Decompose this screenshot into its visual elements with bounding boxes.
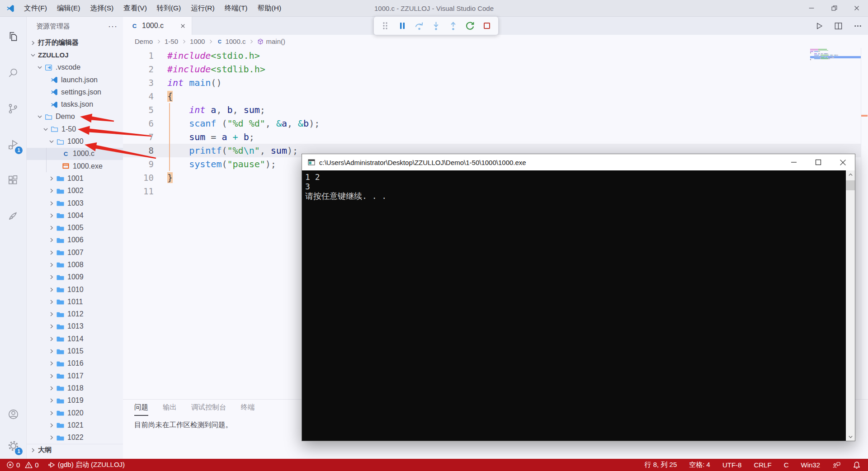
code-line-2[interactable]: 2#include<stdlib.h> — [123, 62, 861, 76]
tree-item-1018[interactable]: 1018 — [27, 382, 123, 394]
tree-item-1011[interactable]: 1011 — [27, 296, 123, 308]
debug-status[interactable]: (gdb) 启动 (ZZULLOJ) — [48, 461, 125, 469]
step-into-button[interactable] — [431, 20, 442, 31]
tree-item-1008[interactable]: 1008 — [27, 259, 123, 271]
panel-tab-terminal[interactable]: 终端 — [241, 400, 255, 416]
cursor-position[interactable]: 行 8, 列 25 — [645, 461, 677, 469]
tree-item-1022[interactable]: 1022 — [27, 432, 123, 444]
tab-close-icon[interactable] — [179, 23, 186, 29]
tree-item-1000.exe[interactable]: 1000.exe — [27, 160, 123, 172]
step-out-button[interactable] — [448, 20, 458, 31]
breadcrumb-file[interactable]: C 1000.c — [217, 38, 245, 45]
console-output[interactable]: 1 2 3 请按任意键继续. . . — [302, 170, 855, 441]
settings-gear-icon[interactable]: 1 — [3, 436, 23, 456]
code-line-7[interactable]: 7 sum = a + b; — [123, 130, 861, 144]
scrollbar-thumb[interactable] — [846, 180, 855, 190]
menu-help[interactable]: 帮助(H) — [253, 0, 287, 16]
tree-item-1016[interactable]: 1016 — [27, 358, 123, 370]
scroll-up-icon[interactable] — [846, 170, 855, 179]
tree-item-tasks.json[interactable]: tasks.json — [27, 98, 123, 110]
tree-item-Demo[interactable]: Demo — [27, 111, 123, 123]
menu-run[interactable]: 运行(R) — [186, 0, 220, 16]
console-title-bar[interactable]: c:\Users\Administrator\Desktop\ZZULLOJ\D… — [302, 154, 855, 170]
run-and-debug-icon[interactable]: 1 — [3, 135, 23, 155]
cmd-console-window[interactable]: c:\Users\Administrator\Desktop\ZZULLOJ\D… — [302, 154, 855, 441]
tree-item-1017[interactable]: 1017 — [27, 370, 123, 382]
tree-item-1012[interactable]: 1012 — [27, 308, 123, 320]
custom-extension-icon[interactable] — [3, 206, 23, 226]
breadcrumb-demo[interactable]: Demo — [135, 38, 153, 45]
console-minimize-button[interactable] — [782, 154, 806, 170]
panel-tab-output[interactable]: 输出 — [163, 400, 177, 416]
search-icon[interactable] — [3, 63, 23, 83]
stop-button[interactable] — [481, 20, 492, 31]
eol-sequence[interactable]: CRLF — [754, 461, 771, 469]
console-maximize-button[interactable] — [806, 154, 830, 170]
code-line-3[interactable]: 3int main() — [123, 76, 861, 89]
minimap[interactable] — [810, 49, 861, 67]
tree-item-1010[interactable]: 1010 — [27, 283, 123, 296]
run-file-button[interactable] — [814, 21, 824, 31]
tree-item-ZZULLOJ[interactable]: ZZULLOJ — [27, 49, 123, 61]
tree-item-1001[interactable]: 1001 — [27, 172, 123, 184]
breadcrumb-1-50[interactable]: 1-50 — [165, 38, 178, 45]
encoding[interactable]: UTF-8 — [722, 461, 742, 469]
code-line-1[interactable]: 1#include<stdio.h> — [123, 49, 861, 62]
tree-item-1003[interactable]: 1003 — [27, 197, 123, 209]
restart-button[interactable] — [465, 20, 476, 31]
panel-tab-debug-console[interactable]: 调试控制台 — [191, 400, 226, 416]
tree-item-打开的编辑器[interactable]: 打开的编辑器 — [27, 37, 123, 49]
tree-item-1006[interactable]: 1006 — [27, 234, 123, 246]
code-line-4[interactable]: 4{ — [123, 89, 861, 103]
problems-status[interactable]: 0 0 — [0, 461, 39, 469]
tree-item-1002[interactable]: 1002 — [27, 185, 123, 197]
tree-item-1000[interactable]: 1000 — [27, 135, 123, 147]
panel-tab-problems[interactable]: 问题 — [134, 400, 148, 416]
tree-item-1019[interactable]: 1019 — [27, 395, 123, 407]
tree-item-大纲[interactable]: 大纲 — [27, 444, 123, 456]
tree-item-1015[interactable]: 1015 — [27, 345, 123, 357]
window-close-button[interactable] — [845, 0, 868, 16]
more-actions-button[interactable] — [853, 21, 863, 31]
tree-item-1004[interactable]: 1004 — [27, 209, 123, 221]
tree-item-1009[interactable]: 1009 — [27, 271, 123, 283]
tree-item-1020[interactable]: 1020 — [27, 407, 123, 419]
menu-edit[interactable]: 编辑(E) — [52, 0, 85, 16]
tree-item-1014[interactable]: 1014 — [27, 333, 123, 345]
scroll-down-icon[interactable] — [846, 433, 855, 441]
source-control-icon[interactable] — [3, 99, 23, 119]
tree-item-1005[interactable]: 1005 — [27, 221, 123, 234]
tree-item-1-50[interactable]: 1-50 — [27, 123, 123, 135]
console-scrollbar[interactable] — [846, 170, 855, 441]
menu-view[interactable]: 查看(V) — [118, 0, 152, 16]
menu-file[interactable]: 文件(F) — [19, 0, 52, 16]
notifications-bell-icon[interactable] — [853, 461, 861, 469]
tree-item-settings.json[interactable]: settings.json — [27, 86, 123, 98]
breadcrumb-symbol-main[interactable]: main() — [257, 38, 285, 45]
drag-grip-icon[interactable] — [380, 20, 391, 31]
code-line-5[interactable]: 5 int a, b, sum; — [123, 103, 861, 117]
menu-terminal[interactable]: 终端(T) — [220, 0, 253, 16]
menu-goto[interactable]: 转到(G) — [152, 0, 186, 16]
extensions-icon[interactable] — [3, 170, 23, 190]
tree-item-1007[interactable]: 1007 — [27, 246, 123, 259]
tree-item-launch.json[interactable]: launch.json — [27, 74, 123, 86]
sidebar-more-actions[interactable]: ··· — [108, 22, 118, 31]
pause-button[interactable] — [397, 20, 408, 31]
window-minimize-button[interactable] — [800, 0, 823, 16]
console-close-button[interactable] — [830, 154, 855, 170]
tree-item-1013[interactable]: 1013 — [27, 320, 123, 333]
indentation[interactable]: 空格: 4 — [689, 461, 710, 469]
account-icon[interactable] — [3, 404, 23, 424]
tab-1000c[interactable]: C 1000.c — [123, 17, 192, 35]
platform[interactable]: Win32 — [801, 461, 820, 469]
breadcrumb-1000[interactable]: 1000 — [190, 38, 205, 45]
language-mode[interactable]: C — [784, 461, 789, 469]
split-editor-button[interactable] — [834, 21, 843, 31]
tree-item-1021[interactable]: 1021 — [27, 419, 123, 431]
code-line-6[interactable]: 6 scanf ("%d %d", &a, &b); — [123, 117, 861, 130]
tree-item-1000.c[interactable]: C1000.c — [27, 148, 123, 160]
menu-selection[interactable]: 选择(S) — [85, 0, 118, 16]
step-over-button[interactable] — [414, 20, 425, 31]
feedback-icon[interactable] — [832, 461, 840, 469]
